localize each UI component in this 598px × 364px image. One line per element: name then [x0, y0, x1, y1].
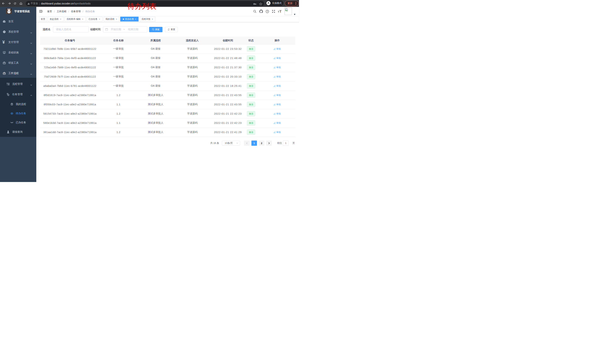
svg-text:?: ?	[267, 10, 268, 12]
